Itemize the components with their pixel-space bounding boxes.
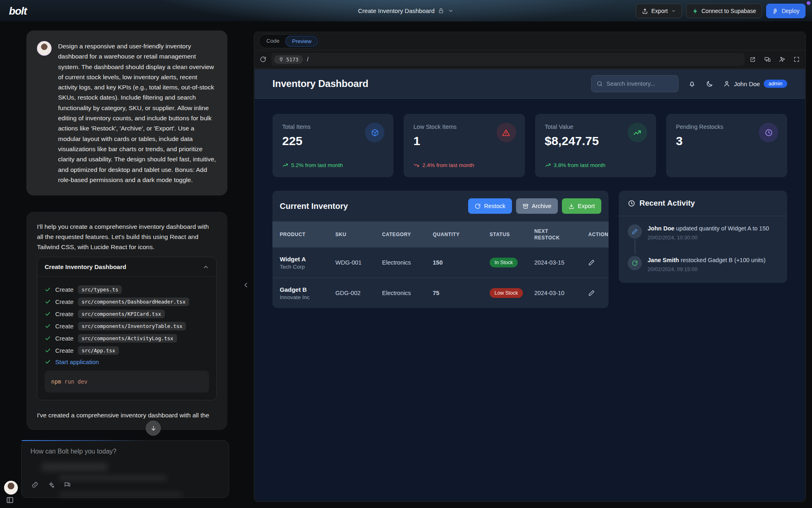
col-quantity: QUANTITY (425, 232, 482, 237)
preview-viewport: Inventory Dashboard (255, 69, 805, 501)
step-action: Create (55, 298, 73, 305)
step-file-chip[interactable]: src/App.tsx (78, 346, 119, 355)
download-icon (568, 203, 574, 209)
cell-sku: GDG-002 (328, 290, 375, 296)
restock-button[interactable]: Restock (468, 198, 512, 214)
dark-mode-toggle[interactable] (706, 80, 713, 88)
chevron-up-icon[interactable] (203, 264, 209, 270)
cell-next-restock: 2024-03-10 (527, 290, 581, 296)
table-header-row: PRODUCT SKU CATEGORY QUANTITY STATUS NEX… (272, 221, 609, 247)
port-pill[interactable]: 5173 (274, 55, 303, 64)
workspace: Design a responsive and user-friendly in… (0, 22, 812, 508)
step-file-chip[interactable]: src/components/KPICard.tsx (78, 310, 165, 318)
archive-button[interactable]: Archive (516, 198, 558, 214)
kpi-trend: 5.2% from last month (282, 162, 343, 168)
step-file-chip[interactable]: src/types.ts (78, 285, 122, 294)
moon-icon (706, 80, 713, 88)
notification-dot (807, 1, 810, 5)
inventory-title: Current Inventory (280, 202, 348, 211)
tab-code[interactable]: Code (260, 36, 285, 47)
bolt-logo[interactable]: bolt (9, 5, 27, 17)
address-bar[interactable]: 5173 / (271, 53, 745, 66)
trending-up-icon (545, 162, 551, 168)
terminal-command-args: run dev (65, 378, 88, 385)
supabase-label: Connect to Supabase (702, 8, 756, 14)
step-action: Create (55, 323, 73, 330)
col-product: PRODUCT (272, 232, 328, 237)
chat-icon[interactable] (64, 481, 71, 488)
start-application-link[interactable]: Start application (55, 358, 99, 365)
rocket-icon (772, 8, 778, 14)
step-file-chip[interactable]: src/components/InventoryTable.tsx (78, 322, 186, 330)
preview-panel: Code Preview 5173 / (254, 32, 806, 502)
notifications-button[interactable] (688, 80, 696, 88)
export-button[interactable]: Export (636, 4, 682, 18)
project-title: Create Inventory Dashboard (358, 7, 434, 14)
topbar-actions: Export Connect to Supabase Deploy (636, 4, 806, 18)
refresh-icon[interactable] (260, 56, 266, 63)
activity-header: Recent Activity (619, 191, 787, 216)
project-title-menu[interactable]: Create Inventory Dashboard (358, 7, 454, 14)
activity-list: John Doe updated quantity of Widget A to… (619, 216, 787, 283)
check-icon (45, 311, 51, 317)
code-preview-toggle: Code Preview (259, 34, 320, 48)
devices-icon[interactable] (764, 56, 771, 63)
table-row: Widget A Tech Corp WDG-001 Electronics 1… (272, 247, 609, 278)
editor-tabbar: Code Preview (254, 32, 806, 50)
timeline-connector (635, 239, 635, 254)
fullscreen-icon[interactable] (793, 56, 800, 63)
arrow-down-icon (150, 425, 157, 432)
search-input[interactable] (607, 80, 672, 87)
chevron-left-icon (242, 281, 250, 289)
lock-icon (438, 8, 444, 14)
inventory-search[interactable] (591, 75, 678, 92)
tab-preview[interactable]: Preview (285, 36, 318, 47)
user-icon (723, 80, 730, 87)
col-next-restock: NEXT RESTOCK (527, 228, 566, 241)
chevron-down-icon (671, 9, 676, 13)
artifact-title: Create Inventory Dashboard (45, 263, 126, 270)
kpi-grid: Total Items 225 5.2% from last month Low… (255, 99, 805, 177)
chat-input-toolbar (31, 481, 71, 488)
activity-title: Recent Activity (639, 199, 695, 208)
artifact-step-start: Start application (45, 358, 209, 365)
assistant-followup-text: I've created a comprehensive inventory d… (37, 410, 217, 420)
step-file-chip[interactable]: src/components/DashboardHeader.tsx (78, 297, 189, 306)
cell-quantity: 75 (425, 290, 482, 296)
check-icon (45, 359, 51, 365)
sidebar-toggle[interactable] (6, 496, 14, 504)
export-csv-button[interactable]: Export (562, 198, 601, 214)
link-icon[interactable] (31, 481, 39, 488)
pencil-icon[interactable] (588, 290, 595, 296)
activity-timestamp: 20/02/2024, 09:15:00 (648, 266, 766, 272)
deploy-button[interactable]: Deploy (766, 4, 806, 18)
dashboard-content: Current Inventory Restock Archive (255, 177, 805, 321)
step-action: Create (55, 310, 73, 317)
col-category: CATEGORY (375, 232, 425, 237)
activity-item: Jane Smith restocked Gadget B (+100 unit… (628, 256, 778, 272)
artifact-header[interactable]: Create Inventory Dashboard (37, 257, 216, 277)
account-avatar[interactable] (4, 481, 18, 495)
external-link-icon[interactable] (749, 56, 756, 63)
scroll-to-bottom-button[interactable] (146, 421, 161, 436)
collapse-chat-button[interactable] (242, 281, 250, 289)
pencil-icon[interactable] (588, 259, 595, 266)
alert-triangle-icon (502, 128, 510, 137)
chevron-down-icon[interactable] (448, 8, 454, 14)
inspector-icon[interactable] (779, 56, 785, 63)
dashboard-header: Inventory Dashboard (255, 69, 805, 99)
trending-up-icon (633, 128, 641, 137)
search-icon (596, 80, 603, 87)
step-file-chip[interactable]: src/components/ActivityLog.tsx (78, 334, 177, 343)
user-menu[interactable]: John Doe admin (723, 80, 787, 88)
bulk-actions: Restock Archive Export (468, 198, 601, 214)
col-status: STATUS (482, 232, 527, 237)
chat-input-box[interactable] (21, 440, 229, 498)
check-icon (45, 347, 51, 354)
status-badge: In Stock (490, 258, 518, 267)
connect-supabase-button[interactable]: Connect to Supabase (686, 4, 762, 18)
cell-next-restock: 2024-03-15 (527, 259, 581, 266)
sparkles-icon[interactable] (48, 481, 55, 488)
product-supplier: Tech Corp (280, 264, 328, 270)
redacted-blur (58, 493, 182, 497)
